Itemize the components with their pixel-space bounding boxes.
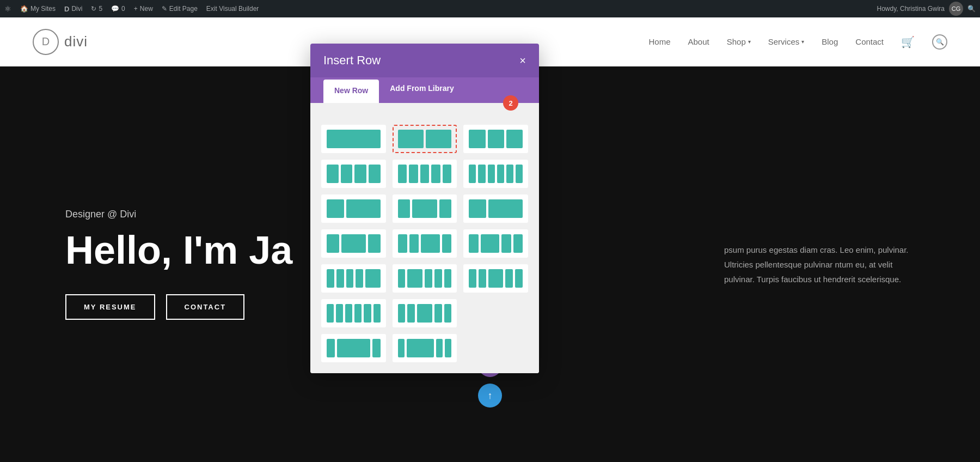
nav-home[interactable]: Home <box>648 37 670 46</box>
hero-subtitle: Designer @ Divi <box>65 209 292 220</box>
nav-about[interactable]: About <box>688 37 709 46</box>
modal-title: Insert Row <box>323 53 381 68</box>
logo-letter: D <box>42 35 50 48</box>
col-block <box>372 339 381 357</box>
new-label: New <box>140 5 153 13</box>
layout-one-two[interactable] <box>321 194 386 223</box>
layout-small-big-small[interactable] <box>393 229 457 258</box>
modal-header: Insert Row × <box>310 44 539 77</box>
layout-6b[interactable] <box>393 299 457 327</box>
new-icon: + <box>134 5 138 13</box>
layout-one-col[interactable] <box>321 125 386 153</box>
divi-item[interactable]: D Divi <box>64 5 82 13</box>
col-block <box>431 165 440 183</box>
modal-close-button[interactable]: × <box>519 55 526 66</box>
row-count-badge: 2 <box>503 95 518 111</box>
tab-new-row[interactable]: New Row <box>323 80 379 103</box>
divi-label: Divi <box>71 5 82 13</box>
col-block <box>365 269 381 288</box>
up-icon: ↑ <box>488 390 493 402</box>
resume-button[interactable]: MY RESUME <box>65 294 155 320</box>
col-block <box>398 234 407 253</box>
nav-search-button[interactable]: 🔍 <box>932 34 947 50</box>
col-block <box>434 304 442 323</box>
col-block <box>341 165 353 183</box>
col-block <box>398 130 424 148</box>
col-block <box>327 339 335 357</box>
col-block <box>443 165 452 183</box>
col-block <box>373 304 381 323</box>
layout-three-col[interactable] <box>463 125 528 153</box>
col-block <box>488 199 523 218</box>
site-logo[interactable]: D divi <box>33 29 88 55</box>
col-block <box>369 165 381 183</box>
col-block <box>469 199 486 218</box>
col-block <box>327 304 334 323</box>
layout-two-col-equal[interactable] <box>393 125 457 153</box>
layout-two-one[interactable] <box>393 194 457 223</box>
up-button[interactable]: ↑ <box>478 384 502 408</box>
layout-four-col[interactable] <box>321 160 386 188</box>
hero-title: Hello, I'm Ja <box>65 229 292 272</box>
insert-row-modal: Insert Row × New Row Add From Library 2 <box>310 44 539 373</box>
divi-icon: D <box>64 5 69 13</box>
layout-5c[interactable] <box>463 264 528 293</box>
wp-logo-item[interactable]: ⚛ <box>4 4 11 13</box>
layout-empty <box>463 299 528 327</box>
logo-name: divi <box>64 33 88 50</box>
updates-item[interactable]: ↻ 5 <box>91 5 102 13</box>
my-sites-icon: 🏠 <box>20 5 28 13</box>
search-icon[interactable]: 🔍 <box>967 5 976 13</box>
modal-body <box>310 103 539 373</box>
col-block <box>337 339 370 357</box>
layout-big-small-small[interactable] <box>321 229 386 258</box>
nav-services[interactable]: Services ▾ <box>768 37 805 46</box>
col-block <box>515 269 523 288</box>
col-block <box>516 165 523 183</box>
nav-cart-icon[interactable]: 🛒 <box>901 35 915 48</box>
col-block <box>327 234 339 253</box>
layout-7b[interactable] <box>393 334 457 362</box>
tab-add-from-library[interactable]: Add From Library <box>379 77 464 103</box>
col-block <box>426 130 451 148</box>
col-block <box>336 304 343 323</box>
site-nav: Home About Shop ▾ Services ▾ Blog Contac… <box>648 34 947 50</box>
layout-five-col[interactable] <box>393 160 457 188</box>
comments-item[interactable]: 💬 0 <box>111 5 125 13</box>
col-block <box>398 165 407 183</box>
col-block <box>425 269 432 288</box>
layout-5b[interactable] <box>393 264 457 293</box>
contact-button[interactable]: CONTACT <box>166 294 245 320</box>
col-block <box>354 165 366 183</box>
edit-page-item[interactable]: ✎ Edit Page <box>162 5 198 13</box>
col-block <box>445 339 451 357</box>
layout-6a[interactable] <box>321 299 386 327</box>
nav-blog[interactable]: Blog <box>822 37 838 46</box>
col-block <box>481 234 500 253</box>
col-block <box>336 269 344 288</box>
col-block <box>407 339 434 357</box>
col-block <box>444 269 452 288</box>
col-block <box>506 165 513 183</box>
layout-six-col[interactable] <box>463 160 528 188</box>
services-dropdown-icon: ▾ <box>801 39 804 45</box>
wp-icon: ⚛ <box>4 4 11 13</box>
col-block <box>469 269 476 288</box>
hero-buttons: MY RESUME CONTACT <box>65 294 292 320</box>
col-block <box>398 199 411 218</box>
col-block <box>398 304 406 323</box>
layout-5a[interactable] <box>321 264 386 293</box>
nav-contact[interactable]: Contact <box>855 37 884 46</box>
layout-small-small-big[interactable] <box>463 229 528 258</box>
layout-one-three-one[interactable] <box>463 194 528 223</box>
admin-bar-right: Howdy, Christina Gwira CG 🔍 <box>877 2 976 16</box>
col-block <box>469 165 476 183</box>
col-block <box>327 130 381 148</box>
layout-7a[interactable] <box>321 334 386 362</box>
new-item[interactable]: + New <box>134 5 153 13</box>
col-block <box>488 130 504 148</box>
my-sites-item[interactable]: 🏠 My Sites <box>20 5 56 13</box>
exit-visual-builder-item[interactable]: Exit Visual Builder <box>206 5 259 13</box>
nav-shop[interactable]: Shop ▾ <box>727 37 751 46</box>
col-block <box>488 165 495 183</box>
